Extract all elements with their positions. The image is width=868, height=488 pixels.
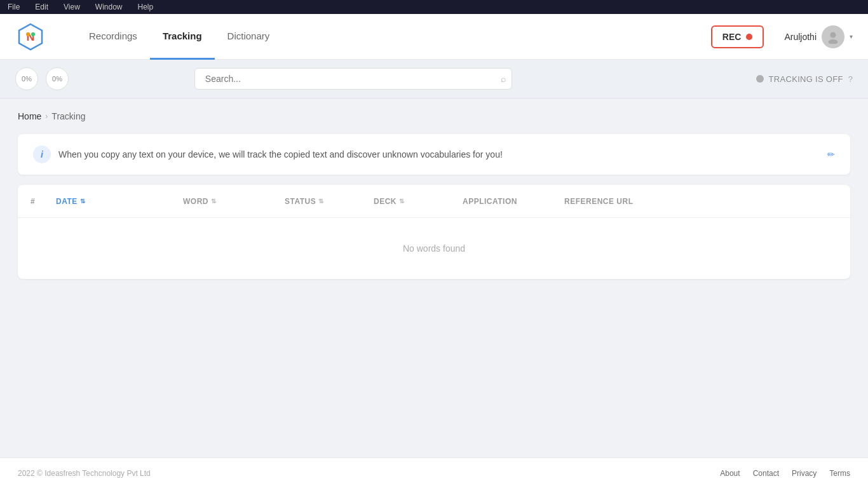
search-icon: ⌕ bbox=[501, 74, 506, 84]
svg-point-3 bbox=[31, 32, 35, 36]
rec-button[interactable]: REC bbox=[711, 25, 764, 48]
col-header-word[interactable]: WORD ⇅ bbox=[183, 197, 285, 206]
user-section[interactable]: Aruljothi ▾ bbox=[784, 25, 853, 48]
table-container: # DATE ⇅ WORD ⇅ STATUS ⇅ DECK ⇅ APPLICAT… bbox=[18, 185, 850, 279]
edit-icon[interactable]: ✏ bbox=[827, 149, 835, 159]
search-input[interactable] bbox=[194, 68, 512, 90]
nav-recordings[interactable]: Recordings bbox=[76, 14, 150, 60]
info-text: When you copy any text on your device, w… bbox=[58, 149, 503, 159]
footer: 2022 © Ideasfresh Techcnology Pvt Ltd Ab… bbox=[0, 458, 868, 488]
table-body: No words found bbox=[18, 218, 850, 279]
menu-help[interactable]: Help bbox=[135, 1, 156, 13]
info-icon: i bbox=[33, 146, 51, 163]
table-header: # DATE ⇅ WORD ⇅ STATUS ⇅ DECK ⇅ APPLICAT… bbox=[18, 185, 850, 218]
menu-file[interactable]: File bbox=[5, 1, 22, 13]
svg-text:N: N bbox=[27, 30, 35, 43]
sort-icon-status: ⇅ bbox=[318, 198, 324, 205]
rec-label: REC bbox=[722, 32, 742, 42]
nav-links: Recordings Tracking Dictionary bbox=[76, 14, 691, 60]
search-container: ⌕ bbox=[194, 68, 512, 90]
menu-bar: File Edit View Window Help bbox=[0, 0, 868, 14]
avatar bbox=[822, 25, 844, 48]
stat-badge-2[interactable]: 0% bbox=[46, 67, 69, 90]
sort-icon-deck: ⇅ bbox=[399, 198, 405, 205]
logo[interactable]: N bbox=[15, 22, 46, 52]
col-header-application: APPLICATION bbox=[463, 197, 564, 206]
tracking-status-dot bbox=[756, 75, 764, 83]
breadcrumb-separator: › bbox=[45, 112, 48, 121]
user-name: Aruljothi bbox=[784, 32, 817, 42]
logo-icon: N bbox=[15, 22, 46, 52]
sort-icon-date: ⇅ bbox=[80, 198, 86, 205]
help-icon[interactable]: ? bbox=[848, 74, 853, 84]
tracking-status: TRACKING IS OFF ? bbox=[756, 74, 853, 84]
nav-tracking[interactable]: Tracking bbox=[150, 14, 215, 60]
top-nav: N Recordings Tracking Dictionary REC Aru… bbox=[0, 14, 868, 60]
tracking-status-label: TRACKING IS OFF bbox=[769, 74, 843, 84]
menu-edit[interactable]: Edit bbox=[32, 1, 51, 13]
footer-link-about[interactable]: About bbox=[720, 469, 740, 478]
chevron-down-icon: ▾ bbox=[850, 33, 853, 40]
stat-badge-1[interactable]: 0% bbox=[15, 67, 38, 90]
breadcrumb: Home › Tracking bbox=[18, 111, 850, 121]
breadcrumb-home[interactable]: Home bbox=[18, 111, 41, 121]
breadcrumb-current: Tracking bbox=[51, 111, 85, 121]
empty-state-message: No words found bbox=[403, 243, 465, 254]
col-header-status[interactable]: STATUS ⇅ bbox=[285, 197, 374, 206]
nav-dictionary[interactable]: Dictionary bbox=[215, 14, 283, 60]
footer-link-contact[interactable]: Contact bbox=[753, 469, 779, 478]
col-header-date[interactable]: DATE ⇅ bbox=[56, 197, 183, 206]
col-header-reference-url: REFERENCE URL bbox=[564, 197, 837, 206]
toolbar: 0% 0% ⌕ TRACKING IS OFF ? bbox=[0, 60, 868, 98]
sort-icon-word: ⇅ bbox=[211, 198, 217, 205]
main-content: Home › Tracking i When you copy any text… bbox=[0, 98, 868, 458]
info-banner: i When you copy any text on your device,… bbox=[18, 134, 850, 175]
footer-links: About Contact Privacy Terms bbox=[720, 469, 850, 478]
svg-point-4 bbox=[831, 32, 836, 37]
footer-link-privacy[interactable]: Privacy bbox=[792, 469, 817, 478]
menu-view[interactable]: View bbox=[61, 1, 83, 13]
rec-dot bbox=[746, 34, 752, 40]
footer-copyright: 2022 © Ideasfresh Techcnology Pvt Ltd bbox=[18, 469, 151, 478]
svg-point-2 bbox=[26, 32, 30, 36]
user-avatar-icon bbox=[826, 30, 840, 44]
svg-point-5 bbox=[829, 39, 838, 44]
footer-link-terms[interactable]: Terms bbox=[829, 469, 850, 478]
info-banner-left: i When you copy any text on your device,… bbox=[33, 146, 503, 163]
menu-window[interactable]: Window bbox=[93, 1, 125, 13]
col-header-number: # bbox=[31, 197, 56, 206]
col-header-deck[interactable]: DECK ⇅ bbox=[374, 197, 463, 206]
